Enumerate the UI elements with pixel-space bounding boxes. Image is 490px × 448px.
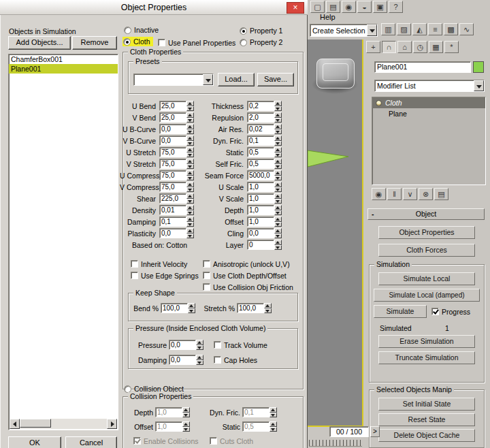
- anisotropic-checkbox[interactable]: Anisotropic (unlock U,V): [203, 259, 290, 268]
- use-cloth-depth-offset-checkbox[interactable]: Use Cloth Depth/Offset: [203, 271, 287, 280]
- u-stretch-input[interactable]: 75,0: [159, 147, 186, 157]
- scroll-thumb[interactable]: [20, 419, 51, 428]
- depth-input[interactable]: 1,0: [247, 205, 274, 215]
- object-list-item-chamferbox001[interactable]: ChamferBox001: [9, 54, 118, 64]
- pressure-value-input[interactable]: 0,0: [169, 340, 196, 350]
- pin-stack-icon[interactable]: ◉: [372, 188, 386, 200]
- u-scale-input[interactable]: 1,0: [247, 182, 274, 192]
- dyn-fric-spin-up[interactable]: [274, 135, 282, 141]
- self-fric-spin-up[interactable]: [274, 159, 282, 164]
- dialog-titlebar[interactable]: Object Properties ×: [0, 0, 308, 15]
- repulsion-spin-up[interactable]: [274, 112, 282, 118]
- mirror-icon[interactable]: ◭: [412, 23, 427, 35]
- select-similar-icon[interactable]: ▨: [397, 23, 411, 35]
- modifier-bulb-icon[interactable]: [376, 100, 382, 106]
- use-panel-properties-checkbox[interactable]: Use Panel Properties: [158, 38, 235, 47]
- u-b-curve-input[interactable]: 0,0: [159, 124, 186, 134]
- keep-shape-stretch-input[interactable]: 100,0: [237, 303, 264, 313]
- dyn-fric-input[interactable]: 0,1: [247, 135, 274, 146]
- shear-spin-up[interactable]: [186, 193, 194, 199]
- presets-dropdown-arrow[interactable]: [203, 74, 213, 85]
- save-button[interactable]: Save...: [257, 73, 294, 86]
- erase-simulation-button[interactable]: Erase Simulation: [378, 335, 475, 348]
- air-res-input[interactable]: 0,02: [247, 124, 274, 134]
- progress-checkbox[interactable]: Progress: [431, 307, 470, 316]
- load-button[interactable]: Load...: [218, 73, 255, 86]
- material-editor-icon[interactable]: ◉: [342, 1, 356, 13]
- repulsion-input[interactable]: 2,0: [247, 112, 274, 123]
- density-input[interactable]: 0,01: [159, 205, 186, 215]
- cloth-forces-button[interactable]: Cloth Forces: [378, 244, 475, 257]
- layer-spin-down[interactable]: [274, 245, 282, 251]
- pressure-damping-input[interactable]: 0,0: [169, 355, 196, 365]
- plasticity-spin-down[interactable]: [186, 234, 194, 239]
- set-initial-state-button[interactable]: Set Initial State: [378, 398, 475, 411]
- scroll-left-button[interactable]: [10, 419, 20, 429]
- modifier-stack[interactable]: ClothPlane: [372, 97, 486, 185]
- damping-spin-down[interactable]: [186, 222, 194, 227]
- cling-spin-up[interactable]: [274, 228, 282, 234]
- property1-radio[interactable]: Property 1: [240, 27, 282, 35]
- seam-force-spin-up[interactable]: [274, 170, 282, 176]
- presets-dropdown[interactable]: [133, 74, 214, 86]
- air-res-spin-down[interactable]: [274, 129, 282, 135]
- plasticity-input[interactable]: 0,0: [159, 228, 186, 238]
- cloth-radio[interactable]: Cloth: [122, 37, 153, 46]
- v-b-curve-spin-down[interactable]: [186, 141, 194, 146]
- keep-shape-bend-input[interactable]: 100,0: [161, 303, 188, 313]
- self-fric-spin-down[interactable]: [274, 164, 282, 170]
- density-spin-up[interactable]: [186, 205, 194, 210]
- depth-spin-down[interactable]: [274, 210, 282, 216]
- collision-depth-spin-down[interactable]: [182, 413, 190, 418]
- damping-input[interactable]: 0,1: [159, 217, 186, 227]
- object-color-swatch[interactable]: [473, 61, 484, 73]
- v-stretch-spin-up[interactable]: [186, 159, 194, 164]
- close-button[interactable]: ×: [287, 2, 304, 14]
- chamferbox-object[interactable]: [316, 59, 355, 89]
- keep-shape-stretch-spin-up[interactable]: [264, 303, 272, 308]
- thickness-spin-down[interactable]: [274, 106, 282, 112]
- create-tab[interactable]: +: [366, 41, 380, 53]
- simulate-button[interactable]: Simulate: [374, 305, 427, 318]
- reset-state-button[interactable]: Reset State: [378, 413, 475, 426]
- collision-depth-spin-up[interactable]: [182, 407, 190, 413]
- v-b-curve-input[interactable]: 0,0: [159, 135, 186, 146]
- layer-spin-up[interactable]: [274, 240, 282, 245]
- self-fric-input[interactable]: 0,5: [247, 159, 274, 169]
- viewport[interactable]: [308, 39, 363, 427]
- help-info-icon[interactable]: ?: [389, 1, 403, 13]
- configure-modifier-sets-icon[interactable]: ▤: [434, 188, 448, 200]
- object-properties-button[interactable]: Object Properties: [378, 226, 475, 239]
- v-scale-spin-down[interactable]: [274, 199, 282, 204]
- plasticity-spin-up[interactable]: [186, 228, 194, 234]
- selection-set-combo[interactable]: Create Selection Se: [310, 24, 378, 37]
- dyn-fric-spin-down[interactable]: [274, 141, 282, 146]
- damping-spin-up[interactable]: [186, 217, 194, 222]
- keep-shape-bend-spin-up[interactable]: [188, 303, 195, 308]
- property2-radio[interactable]: Property 2: [240, 38, 282, 46]
- use-collision-obj-friction-checkbox[interactable]: Use Collision Obj Friction: [203, 283, 293, 291]
- cling-spin-down[interactable]: [274, 234, 282, 239]
- pressure-damping-spin-up[interactable]: [196, 355, 203, 360]
- selection-set-dropdown-arrow[interactable]: [367, 25, 377, 36]
- render-setup-icon[interactable]: ◒: [357, 1, 372, 13]
- hierarchy-tab[interactable]: ⌂: [397, 41, 412, 53]
- help-menu[interactable]: Help: [320, 13, 336, 21]
- air-res-spin-up[interactable]: [274, 124, 282, 129]
- collision-dyn-fric-spin-down[interactable]: [270, 413, 277, 418]
- pressure-damping-spin-down[interactable]: [196, 360, 203, 366]
- u-bend-spin-up[interactable]: [186, 101, 194, 106]
- shear-input[interactable]: 225,0: [159, 193, 186, 204]
- seam-force-input[interactable]: 5000,0: [247, 170, 274, 180]
- simulate-local-button[interactable]: Simulate Local: [378, 272, 475, 285]
- static-spin-down[interactable]: [274, 153, 282, 158]
- collision-static-spin-up[interactable]: [270, 421, 277, 427]
- modify-tab[interactable]: ∩: [382, 41, 396, 53]
- track-volume-checkbox[interactable]: Track Volume: [214, 340, 267, 349]
- objects-list[interactable]: ChamferBox001Plane001: [8, 54, 118, 430]
- cling-input[interactable]: 0,0: [247, 228, 274, 238]
- object-rollout-header[interactable]: - Object: [368, 208, 485, 220]
- density-spin-down[interactable]: [186, 210, 194, 216]
- thickness-spin-up[interactable]: [274, 101, 282, 106]
- objects-list-hscrollbar[interactable]: [10, 419, 117, 429]
